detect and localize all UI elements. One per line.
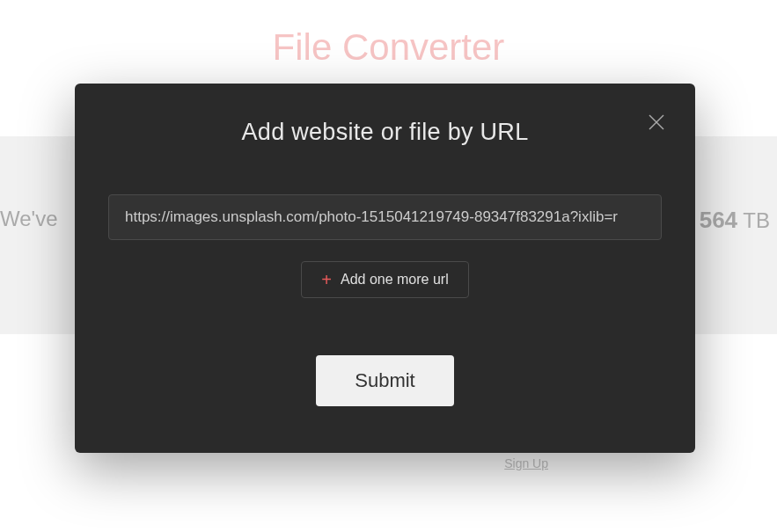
submit-button[interactable]: Submit bbox=[316, 355, 453, 406]
signup-link[interactable]: Sign Up bbox=[504, 456, 548, 470]
close-icon bbox=[648, 113, 665, 131]
background-stats-right: 564 TB bbox=[700, 207, 770, 234]
modal-title: Add website or file by URL bbox=[108, 119, 662, 146]
background-stats-left: We've bbox=[0, 207, 58, 231]
url-modal: Add website or file by URL + Add one mor… bbox=[75, 84, 695, 453]
background-stats-value: 564 bbox=[700, 207, 737, 233]
add-more-label: Add one more url bbox=[341, 272, 449, 288]
background-title: File Converter bbox=[0, 0, 777, 69]
background-stats-unit: TB bbox=[743, 208, 770, 232]
close-button[interactable] bbox=[646, 112, 667, 133]
url-input[interactable] bbox=[108, 194, 662, 240]
add-more-url-button[interactable]: + Add one more url bbox=[301, 261, 468, 298]
plus-icon: + bbox=[321, 271, 332, 288]
